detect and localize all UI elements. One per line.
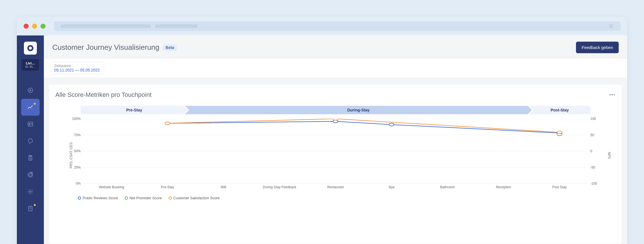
phase-post-stay[interactable]: Post-Stay xyxy=(529,106,590,114)
x-tick-label: Bathroom xyxy=(440,185,455,189)
chart-title: Alle Score-Metriken pro Touchpoint xyxy=(55,91,152,99)
date-range-label: Zeitspanne xyxy=(54,64,100,68)
address-bar[interactable]: ✕ xyxy=(54,21,620,31)
svg-point-21 xyxy=(165,122,170,125)
nav-compass[interactable] xyxy=(21,82,40,99)
svg-point-5 xyxy=(28,139,33,143)
nav-analytics[interactable] xyxy=(21,99,40,116)
y-tick: 0 xyxy=(590,149,592,153)
page-header: Customer Journey Visualisierung Beta Fee… xyxy=(44,35,627,58)
y-tick: 50 xyxy=(590,133,594,137)
date-range-filter[interactable]: Zeitspanne 05.11.2021 — 05.05.2022 xyxy=(50,62,104,74)
nav-target[interactable] xyxy=(21,166,40,183)
svg-point-7 xyxy=(28,173,33,177)
browser-toolbar: ✕ xyxy=(17,17,627,35)
svg-point-9 xyxy=(30,191,31,192)
y-axis-left: 100% 75% 50% 25% 0% xyxy=(67,119,81,183)
org-selector[interactable]: Livi… ID: 65… xyxy=(22,59,39,71)
y-tick: 75% xyxy=(74,133,81,137)
svg-point-4 xyxy=(29,123,30,124)
x-tick-label: Spa xyxy=(388,185,394,189)
y-tick: 50% xyxy=(74,149,81,153)
x-tick-label: Reception xyxy=(496,185,511,189)
nav-badge xyxy=(34,103,36,105)
nav-clipboard[interactable] xyxy=(21,149,40,166)
app: Livi… ID: 65… xyxy=(17,35,627,244)
legend-label: Net Promoter Score xyxy=(130,196,162,200)
nav-settings[interactable] xyxy=(21,183,40,200)
nav-badge xyxy=(34,204,36,206)
y-axis-right-label: NPS xyxy=(607,152,611,159)
nav-notes[interactable] xyxy=(21,200,40,217)
window-minimize-dot[interactable] xyxy=(32,24,37,29)
browser-window: ✕ Livi… ID: 65… xyxy=(17,17,627,244)
legend-label: Public Reviews Score xyxy=(83,196,118,200)
svg-rect-3 xyxy=(28,122,33,126)
legend-label: Customer Satisfaction Score xyxy=(173,196,220,200)
chart-body: PRS, CSAT, CES NPS 100% 75% 50% 25% 0% 1… xyxy=(61,119,610,192)
y-tick: 100 xyxy=(590,117,596,121)
x-tick-label: Restaurant xyxy=(327,185,344,189)
x-tick-label: Wifi xyxy=(221,185,226,189)
chart-legend: Public Reviews Score Net Promoter Score … xyxy=(78,196,616,200)
chart-card: Alle Score-Metriken pro Touchpoint ••• P… xyxy=(49,84,622,244)
svg-point-2 xyxy=(28,88,33,93)
nav-chat[interactable] xyxy=(21,133,40,149)
y-tick: 100% xyxy=(72,117,81,121)
filter-bar: Zeitspanne 05.11.2021 — 05.05.2022 xyxy=(44,58,627,78)
phase-bar: Pre-Stay During-Stay Post-Stay xyxy=(81,106,590,114)
legend-dot-icon xyxy=(78,196,81,200)
y-tick: 25% xyxy=(74,165,81,169)
nav-contacts[interactable] xyxy=(21,116,40,133)
x-axis: Website BookingPre-StayWifiDuring-Stay F… xyxy=(83,185,587,192)
main-content: Customer Journey Visualisierung Beta Fee… xyxy=(44,35,627,244)
phase-during-stay[interactable]: During-Stay xyxy=(185,106,532,114)
legend-dot-icon xyxy=(169,196,172,200)
phase-pre-stay[interactable]: Pre-Stay xyxy=(81,106,188,114)
beta-badge: Beta xyxy=(163,44,177,51)
x-tick-label: During-Stay Feedback xyxy=(263,185,296,189)
svg-point-18 xyxy=(389,123,394,126)
org-name: Livi… xyxy=(23,61,37,65)
y-tick: -50 xyxy=(590,165,595,169)
feedback-button[interactable]: Feedback geben xyxy=(576,42,619,53)
plot-area xyxy=(83,119,587,183)
y-tick: -100 xyxy=(590,182,597,185)
svg-point-1 xyxy=(29,47,32,50)
org-id: ID: 65… xyxy=(23,65,37,68)
legend-nps[interactable]: Net Promoter Score xyxy=(125,196,162,200)
page-title: Customer Journey Visualisierung xyxy=(52,43,159,52)
app-logo[interactable] xyxy=(24,42,37,55)
y-axis-right: 100 50 0 -50 -100 xyxy=(590,119,604,183)
window-close-dot[interactable] xyxy=(24,24,29,29)
x-tick-label: Website Booking xyxy=(99,185,124,189)
x-tick-label: Post Stay xyxy=(552,185,567,189)
svg-point-23 xyxy=(557,131,562,134)
date-range-value: 05.11.2021 — 05.05.2022 xyxy=(54,68,100,72)
close-icon[interactable]: ✕ xyxy=(609,23,614,30)
x-tick-label: Pre-Stay xyxy=(161,185,174,189)
svg-point-22 xyxy=(333,119,338,120)
sidebar: Livi… ID: 65… xyxy=(17,35,44,244)
window-maximize-dot[interactable] xyxy=(40,24,46,29)
legend-dot-icon xyxy=(125,196,128,200)
legend-prs[interactable]: Public Reviews Score xyxy=(78,196,118,200)
chart-menu-icon[interactable]: ••• xyxy=(609,92,616,97)
y-tick: 0% xyxy=(76,182,81,185)
svg-point-8 xyxy=(29,173,31,176)
legend-csat[interactable]: Customer Satisfaction Score xyxy=(169,196,220,200)
